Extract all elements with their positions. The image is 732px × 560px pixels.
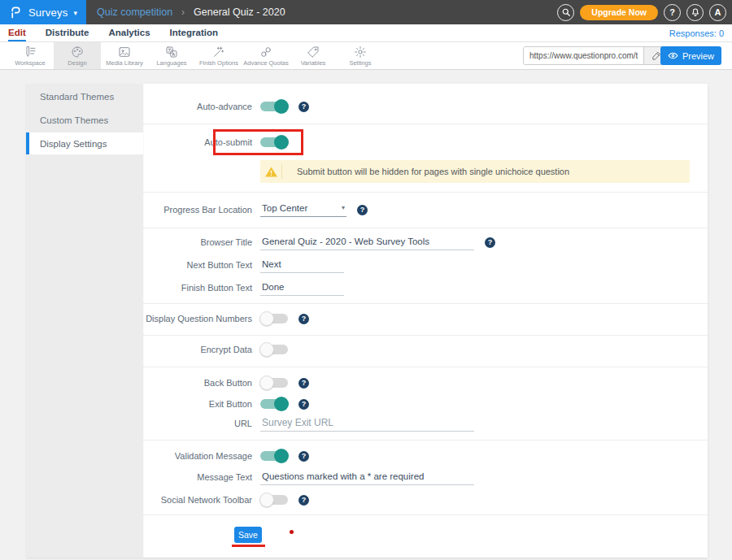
encrypt-data-toggle[interactable] [260,345,288,354]
breadcrumb: Quiz competition › General Quiz - 2020 [97,7,285,18]
next-button-text-input[interactable] [260,258,344,273]
auto-advance-label: Auto-advance [143,102,252,111]
browser-title-help-icon[interactable]: ? [485,237,495,248]
finish-button-text-label: Finish Button Text [143,283,252,293]
upgrade-now-button[interactable]: Upgrade Now [580,5,658,20]
validation-message-help-icon[interactable]: ? [298,451,309,462]
progress-bar-location-select[interactable]: Top Center ▾ [260,203,346,217]
search-icon [561,7,571,17]
toolbar-item-advance-quotas[interactable]: Advance Quotas [242,42,290,69]
toolbar-item-design[interactable]: Design [54,42,101,69]
warning-icon [264,165,278,179]
exit-button-row: Exit Button ? [143,394,309,414]
divider [143,367,708,367]
questionpro-logo [9,4,23,20]
responses-count[interactable]: Responses: 0 [669,24,724,42]
toolbar-item-settings[interactable]: Settings [337,42,384,69]
exit-button-help-icon[interactable]: ? [298,399,309,410]
social-network-toolbar-toggle[interactable] [260,495,288,505]
selected-option: Top Center [262,203,307,213]
auto-advance-help-icon[interactable]: ? [298,102,309,112]
auto-submit-row: Auto-submit [143,132,288,152]
divider [143,192,708,193]
display-question-numbers-row: Display Question Numbers ? [143,309,309,328]
preview-button[interactable]: Preview [660,46,721,65]
toolbar-item-finish-options[interactable]: Finish Options [195,42,242,69]
display-question-numbers-toggle[interactable] [260,314,288,323]
progress-bar-help-icon[interactable]: ? [357,205,368,215]
toolbar-item-languages[interactable]: Languages [148,42,195,69]
search-button[interactable] [557,4,574,21]
divider [143,303,708,304]
auto-advance-toggle[interactable] [260,102,288,111]
finish-options-icon [212,46,225,59]
auto-advance-row: Auto-advance ? [143,97,309,116]
social-network-toolbar-row: Social Network Toolbar ? [143,490,309,510]
exit-url-input[interactable] [260,416,474,432]
auto-submit-toggle[interactable] [260,137,288,147]
toolbar-item-variables[interactable]: Variables [290,42,337,69]
exit-button-label: Exit Button [143,399,252,409]
message-text-row: Message Text [143,467,474,487]
breadcrumb-folder[interactable]: Quiz competition [97,7,172,18]
question-mark-icon: ? [669,7,675,17]
variables-icon [307,46,320,59]
surveys-menu[interactable]: Surveys ▾ [0,0,86,24]
caret-down-icon: ▾ [73,9,77,17]
encrypt-data-label: Encrypt Data [143,345,252,354]
warning-banner: Submit button will be hidden for pages w… [260,160,690,183]
browser-title-row: Browser Title ? [143,232,495,252]
divider [143,440,708,441]
sidebar-item-display-settings[interactable]: Display Settings [26,132,143,154]
message-text-label: Message Text [143,472,252,482]
finish-button-text-input[interactable] [260,280,344,296]
back-button-toggle[interactable] [260,378,288,388]
back-button-row: Back Button ? [143,373,309,393]
toolbar-item-workspace[interactable]: Workspace [7,42,54,69]
notifications-button[interactable] [686,4,704,21]
red-annotation-underline [232,545,265,547]
social-network-toolbar-help-icon[interactable]: ? [298,495,309,506]
languages-icon [165,46,178,59]
tab-integration[interactable]: Integration [170,24,218,41]
media-library-icon [118,46,131,59]
red-annotation-dot [290,530,294,534]
next-button-text-row: Next Button Text [143,255,344,275]
message-text-input[interactable] [260,470,474,485]
tab-distribute[interactable]: Distribute [46,24,89,41]
eye-icon [668,50,678,61]
exit-button-toggle[interactable] [260,399,288,409]
exit-url-label: URL [143,419,252,428]
product-name: Surveys [28,7,68,19]
validation-message-toggle[interactable] [260,451,288,461]
next-button-text-label: Next Button Text [143,260,252,270]
workspace-icon [24,46,37,59]
survey-url-input[interactable] [524,47,643,64]
display-settings-panel: Auto-advance ? Auto-submit Submit button… [143,84,708,558]
tab-analytics[interactable]: Analytics [108,24,150,41]
save-button[interactable]: Save [234,527,262,543]
finish-button-text-row: Finish Button Text [143,278,344,297]
tab-edit[interactable]: Edit [8,24,26,41]
back-button-label: Back Button [143,378,252,388]
browser-title-input[interactable] [260,235,474,250]
divider [143,335,708,336]
display-question-numbers-help-icon[interactable]: ? [298,314,309,324]
help-button[interactable]: ? [664,4,681,21]
bell-icon [691,7,700,17]
dropdown-arrow-icon: ▾ [342,204,345,211]
sidebar-item-standard-themes[interactable]: Standard Themes [26,85,143,107]
avatar[interactable]: A [709,4,726,21]
breadcrumb-current: General Quiz - 2020 [194,7,285,18]
encrypt-data-row: Encrypt Data [143,340,288,359]
auto-submit-label: Auto-submit [143,137,252,147]
validation-message-row: Validation Message ? [143,446,309,466]
sidebar-item-custom-themes[interactable]: Custom Themes [26,109,143,131]
browser-title-label: Browser Title [143,237,252,247]
social-network-toolbar-label: Social Network Toolbar [143,495,252,505]
divider [143,514,708,515]
display-question-numbers-label: Display Question Numbers [143,314,252,323]
back-button-help-icon[interactable]: ? [298,378,309,389]
toolbar-item-media-library[interactable]: Media Library [101,42,148,69]
breadcrumb-separator-icon: › [181,7,185,18]
